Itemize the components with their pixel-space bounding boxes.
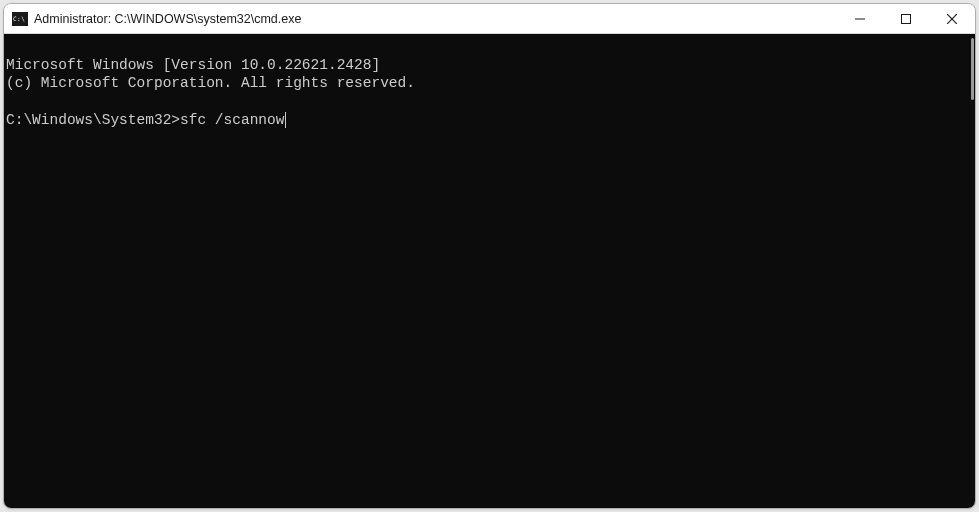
maximize-button[interactable] (883, 4, 929, 34)
terminal-area[interactable]: Microsoft Windows [Version 10.0.22621.24… (4, 34, 975, 508)
command-text: sfc /scannow (180, 112, 284, 128)
svg-rect-1 (902, 14, 911, 23)
prompt-line: C:\Windows\System32>sfc /scannow (6, 112, 286, 128)
close-icon (947, 14, 957, 24)
minimize-button[interactable] (837, 4, 883, 34)
cmd-icon (12, 12, 28, 26)
scrollbar-thumb[interactable] (971, 38, 974, 100)
minimize-icon (855, 14, 865, 24)
maximize-icon (901, 14, 911, 24)
cmd-window: Administrator: C:\WINDOWS\system32\cmd.e… (3, 3, 976, 509)
window-title: Administrator: C:\WINDOWS\system32\cmd.e… (34, 12, 301, 26)
output-line: (c) Microsoft Corporation. All rights re… (6, 75, 415, 91)
prompt-text: C:\Windows\System32> (6, 112, 180, 128)
titlebar[interactable]: Administrator: C:\WINDOWS\system32\cmd.e… (4, 4, 975, 34)
close-button[interactable] (929, 4, 975, 34)
text-cursor (285, 112, 286, 128)
output-line: Microsoft Windows [Version 10.0.22621.24… (6, 57, 380, 73)
